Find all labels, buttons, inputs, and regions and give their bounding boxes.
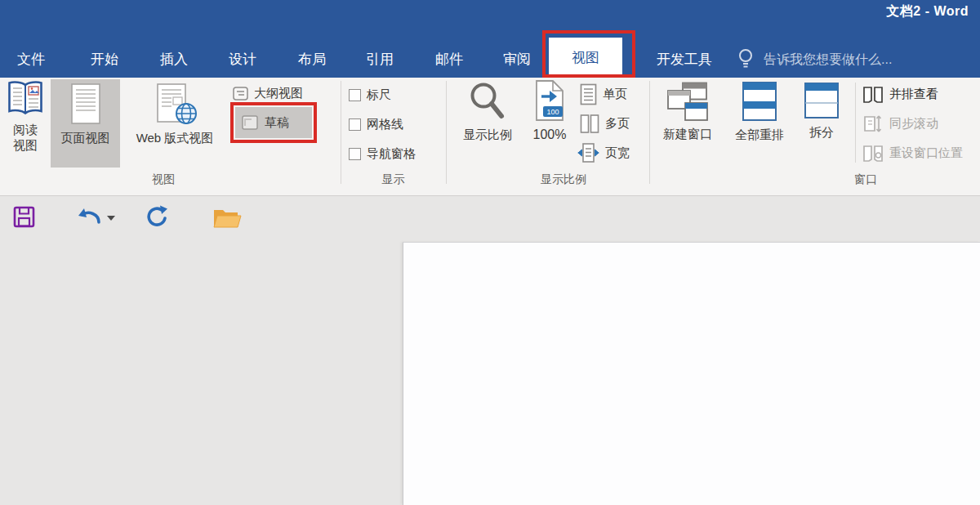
- arrange-all-icon: [741, 81, 778, 123]
- draft-view-icon: [242, 115, 258, 130]
- split-button[interactable]: 拆分: [795, 79, 848, 168]
- new-window-icon: [666, 82, 709, 123]
- ruler-label: 标尺: [367, 87, 391, 103]
- tab-view-selected[interactable]: 视图: [549, 38, 622, 78]
- outline-view-label: 大纲视图: [254, 86, 303, 101]
- split-icon: [803, 82, 840, 121]
- zoom-group-label: 显示比例: [490, 172, 637, 190]
- read-mode-icon: [7, 79, 44, 118]
- lightbulb-icon: [737, 47, 754, 70]
- tab-design[interactable]: 设计: [229, 41, 256, 78]
- page-width-label: 页宽: [605, 145, 630, 161]
- view-side-by-side-icon: [862, 85, 884, 104]
- ribbon-tab-bar: 文件 开始 插入 设计 布局 引用 邮件 审阅 视图 开发工具 告诉我您想要做什…: [0, 23, 980, 78]
- multiple-pages-icon: [580, 114, 599, 134]
- window-group-label: 窗口: [800, 172, 931, 190]
- page-width-icon: [577, 142, 599, 163]
- zoom-100-icon: 100: [532, 79, 567, 123]
- tab-layout[interactable]: 布局: [298, 41, 326, 78]
- outline-view-button[interactable]: 大纲视图: [233, 83, 303, 104]
- zoom-button[interactable]: 显示比例: [450, 79, 525, 168]
- show-group-label: 显示: [341, 172, 446, 190]
- view-side-by-side-label: 并排查看: [889, 87, 938, 102]
- group-separator: [341, 81, 341, 184]
- navigation-pane-label: 导航窗格: [367, 146, 416, 162]
- zoom-label: 显示比例: [463, 127, 512, 142]
- read-mode-label-line1: 阅读: [13, 123, 38, 136]
- print-layout-label: 页面视图: [61, 130, 110, 145]
- navigation-pane-checkbox-row[interactable]: 导航窗格: [349, 143, 416, 164]
- ruler-checkbox[interactable]: [349, 89, 361, 101]
- arrange-all-label: 全部重排: [735, 127, 784, 142]
- page-width-button[interactable]: 页宽: [577, 142, 630, 163]
- read-mode-label-line2: 视图: [13, 138, 38, 152]
- synchronous-scrolling-icon: [862, 114, 884, 133]
- save-icon: [13, 206, 35, 228]
- folder-icon: [212, 206, 242, 230]
- print-layout-icon: [69, 83, 102, 127]
- gridlines-checkbox[interactable]: [349, 118, 361, 131]
- new-window-label: 新建窗口: [663, 126, 712, 141]
- undo-button[interactable]: [76, 207, 102, 231]
- ribbon-view-tab-content: 阅读 视图 页面视图 Web 版式视图: [0, 78, 980, 196]
- tell-me-box[interactable]: 告诉我您想要做什么...: [764, 41, 892, 78]
- window-title: 文档2 - Word: [886, 3, 969, 20]
- open-folder-button[interactable]: [212, 206, 242, 233]
- ruler-checkbox-row[interactable]: 标尺: [349, 84, 391, 105]
- arrange-all-button[interactable]: 全部重排: [725, 79, 794, 168]
- gridlines-checkbox-row[interactable]: 网格线: [349, 114, 403, 135]
- gridlines-label: 网格线: [367, 117, 403, 132]
- tab-review[interactable]: 审阅: [503, 41, 531, 78]
- draft-view-button[interactable]: 草稿: [235, 107, 312, 138]
- draft-view-label: 草稿: [265, 115, 289, 131]
- print-layout-button[interactable]: 页面视图: [51, 79, 120, 168]
- caret-down-icon: [107, 216, 115, 221]
- tab-file[interactable]: 文件: [17, 41, 45, 78]
- tab-home[interactable]: 开始: [91, 41, 118, 78]
- tab-references[interactable]: 引用: [366, 41, 394, 78]
- synchronous-scrolling-button: 同步滚动: [862, 113, 938, 134]
- reset-window-position-label: 重设窗口位置: [889, 145, 963, 161]
- multiple-pages-label: 多页: [605, 116, 630, 132]
- word-window: 文档2 - Word 文件 开始 插入 设计 布局 引用 邮件 审阅 视图 开发…: [0, 0, 980, 505]
- web-layout-label: Web 版式视图: [136, 130, 214, 145]
- one-page-button[interactable]: 单页: [580, 83, 627, 105]
- zoom-magnifier-icon: [467, 81, 508, 123]
- one-page-label: 单页: [603, 87, 627, 102]
- one-page-icon: [580, 83, 597, 105]
- group-separator: [649, 81, 650, 184]
- document-page[interactable]: [403, 242, 980, 505]
- synchronous-scrolling-label: 同步滚动: [889, 116, 938, 132]
- tab-developer[interactable]: 开发工具: [657, 41, 712, 78]
- reset-window-position-button: 重设窗口位置: [862, 142, 963, 163]
- zoom-100-button[interactable]: 100 100%: [525, 79, 574, 168]
- navigation-pane-checkbox[interactable]: [349, 148, 361, 160]
- views-group-label: 视图: [98, 172, 229, 190]
- group-separator: [446, 81, 447, 184]
- reset-window-position-icon: [862, 144, 884, 163]
- undo-dropdown-arrow[interactable]: [107, 216, 115, 221]
- tab-insert[interactable]: 插入: [160, 41, 188, 78]
- multiple-pages-button[interactable]: 多页: [580, 113, 630, 134]
- tab-mailings[interactable]: 邮件: [435, 41, 463, 78]
- redo-icon: [145, 205, 168, 229]
- web-layout-button[interactable]: Web 版式视图: [122, 79, 228, 168]
- web-layout-icon: [149, 83, 200, 127]
- new-window-button[interactable]: 新建窗口: [652, 79, 724, 168]
- view-side-by-side-button[interactable]: 并排查看: [862, 83, 938, 105]
- zoom-100-badge: 100: [546, 108, 559, 116]
- outline-view-icon: [233, 87, 248, 101]
- redo-button[interactable]: [145, 205, 168, 232]
- split-label: 拆分: [809, 124, 834, 140]
- read-mode-button[interactable]: 阅读 视图: [2, 79, 49, 168]
- undo-icon: [76, 207, 102, 228]
- title-bar: 文档2 - Word: [0, 0, 980, 23]
- save-button[interactable]: [13, 206, 35, 231]
- zoom-100-label: 100%: [533, 127, 567, 142]
- group-separator: [855, 83, 856, 163]
